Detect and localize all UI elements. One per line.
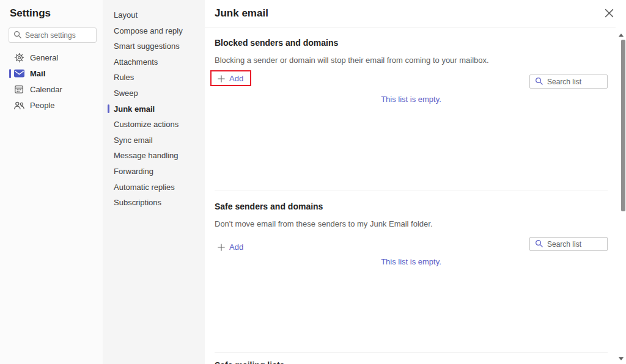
subnav-item-label: Forwarding [114, 167, 153, 176]
settings-nav: General Mail Calendar People [9, 49, 103, 113]
plus-icon [218, 75, 225, 82]
sidebar-item-label: General [30, 53, 58, 62]
settings-window: Settings General Mail [0, 0, 626, 364]
add-safe-sender-button[interactable]: Add [215, 240, 246, 254]
subnav-item-label: Subscriptions [114, 198, 161, 207]
close-button[interactable] [603, 8, 615, 20]
subnav-item-label: Automatic replies [114, 183, 175, 192]
plus-icon [218, 244, 225, 251]
subnav-item-label: Layout [114, 10, 138, 20]
scrollbar [616, 28, 626, 364]
add-button-label: Add [229, 242, 243, 252]
subnav-item-label: Customize actions [114, 120, 179, 129]
add-button-label: Add [229, 74, 243, 83]
subnav-item-label: Attachments [114, 57, 158, 67]
close-icon [605, 9, 614, 20]
page-title: Junk email [215, 7, 268, 20]
subnav-item-attachments[interactable]: Attachments [103, 54, 205, 70]
section-heading: Safe senders and domains [215, 202, 323, 211]
add-blocked-sender-button[interactable]: Add [215, 71, 246, 86]
sidebar-item-label: Mail [30, 69, 45, 78]
selected-indicator [108, 104, 109, 113]
people-icon [13, 100, 24, 111]
subnav-item-label: Sync email [114, 136, 153, 145]
search-safe-list-input[interactable] [547, 240, 602, 249]
sidebar-item-label: People [30, 101, 54, 110]
section-safe-mailing-lists: Safe mailing lists [215, 352, 608, 364]
search-list-box [529, 237, 608, 251]
subnav-item-layout[interactable]: Layout [103, 7, 205, 23]
scroll-down-arrow[interactable] [619, 357, 624, 360]
selected-indicator [9, 69, 11, 78]
mail-icon [13, 68, 24, 79]
subnav-item-label: Compose and reply [114, 26, 183, 35]
settings-search-box [9, 27, 97, 43]
sidebar-item-mail[interactable]: Mail [9, 65, 103, 81]
subnav-item-forwarding[interactable]: Forwarding [103, 164, 205, 180]
mail-settings-subnav: Layout Compose and reply Smart suggestio… [103, 0, 205, 364]
sidebar-item-calendar[interactable]: Calendar [9, 81, 103, 97]
scrollbar-thumb[interactable] [621, 40, 625, 211]
search-icon [535, 76, 543, 87]
subnav-item-customize-actions[interactable]: Customize actions [103, 117, 205, 133]
subnav-item-label: Sweep [114, 89, 138, 98]
subnav-item-sync-email[interactable]: Sync email [103, 133, 205, 148]
search-list-box [529, 75, 608, 89]
section-heading: Blocked senders and domains [215, 38, 338, 48]
subnav-item-subscriptions[interactable]: Subscriptions [103, 195, 205, 211]
calendar-icon [13, 84, 24, 95]
subnav-item-automatic-replies[interactable]: Automatic replies [103, 180, 205, 195]
subnav-item-label: Message handling [114, 151, 179, 160]
search-icon [535, 239, 543, 250]
empty-list-message: This list is empty. [215, 95, 608, 104]
settings-sidebar: Settings General Mail [0, 0, 103, 364]
search-icon [13, 30, 21, 41]
subnav-item-label: Junk email [114, 104, 155, 114]
section-heading: Safe mailing lists [215, 360, 608, 364]
sidebar-item-people[interactable]: People [9, 97, 103, 113]
empty-list-message: This list is empty. [215, 257, 608, 266]
subnav-item-label: Rules [114, 73, 134, 82]
subnav-item-message-handling[interactable]: Message handling [103, 148, 205, 164]
sidebar-item-label: Calendar [30, 85, 62, 94]
subnav-item-sweep[interactable]: Sweep [103, 86, 205, 101]
subnav-item-label: Smart suggestions [114, 42, 180, 51]
subnav-item-junk-email[interactable]: Junk email [103, 101, 205, 117]
sidebar-item-general[interactable]: General [9, 49, 103, 65]
gear-icon [13, 52, 24, 63]
settings-title: Settings [10, 7, 103, 20]
subnav-item-smart-suggestions[interactable]: Smart suggestions [103, 38, 205, 54]
search-blocked-list-input[interactable] [547, 78, 602, 86]
section-blocked-senders: Blocked senders and domains Blocking a s… [215, 27, 608, 191]
section-safe-senders: Safe senders and domains Don't move emai… [215, 191, 608, 352]
section-description: Blocking a sender or domain will stop th… [215, 56, 489, 65]
section-description: Don't move email from these senders to m… [215, 219, 433, 228]
junk-email-panel: Junk email Blocked senders and domains B… [205, 0, 626, 364]
subnav-item-rules[interactable]: Rules [103, 70, 205, 86]
subnav-item-compose-and-reply[interactable]: Compose and reply [103, 23, 205, 39]
settings-search-input[interactable] [25, 31, 92, 40]
scroll-up-arrow[interactable] [619, 34, 624, 37]
